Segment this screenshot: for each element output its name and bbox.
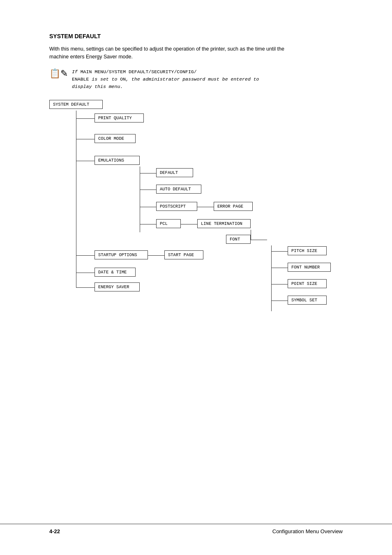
footer-page-number: 4-22 [49, 528, 60, 534]
box-pitch-size: PITCH SIZE [288, 246, 327, 255]
page: SYSTEM DEFAULT With this menu, settings … [0, 0, 392, 555]
box-print-quality: PRINT QUALITY [95, 113, 144, 123]
note-box: 📋✎ If MAIN MENU/SYSTEM DEFAULT/SECURITY/… [49, 68, 279, 91]
box-error-page: ERROR PAGE [214, 202, 253, 211]
page-footer: 4-22 Configuration Menu Overview [0, 524, 392, 534]
box-pcl: PCL [156, 219, 181, 228]
box-postscript: POSTSCRIPT [156, 202, 197, 211]
footer-title: Configuration Menu Overview [272, 528, 343, 534]
box-color-mode: COLOR MODE [95, 134, 136, 143]
note-prefix: If [72, 69, 81, 74]
box-start-page: START PAGE [164, 250, 203, 259]
box-point-size: POINT SIZE [288, 279, 327, 288]
box-date-time: DATE & TIME [95, 268, 136, 277]
box-line-termination: LINE TERMINATION [197, 219, 251, 228]
box-default: DEFAULT [156, 168, 193, 177]
box-emulations: EMULATIONS [95, 156, 140, 165]
box-startup-options: STARTUP OPTIONS [95, 250, 148, 259]
tree-diagram: SYSTEM DEFAULT PRINT QUALITY COLOR MODE … [49, 100, 337, 318]
description: With this menu, settings can be specifie… [49, 45, 288, 61]
note-icon: 📋✎ [49, 69, 68, 78]
box-font: FONT [226, 235, 251, 244]
box-root: SYSTEM DEFAULT [49, 100, 103, 109]
box-energy-saver: ENERGY SAVER [95, 282, 140, 291]
box-font-number: FONT NUMBER [288, 263, 331, 272]
note-suffix: is set to ON, the administrator password… [72, 76, 259, 89]
box-auto-default: AUTO DEFAULT [156, 185, 201, 194]
box-symbol-set: SYMBOL SET [288, 296, 327, 305]
section-title: SYSTEM DEFAULT [49, 33, 343, 39]
note-text: If MAIN MENU/SYSTEM DEFAULT/SECURITY/CON… [72, 68, 259, 91]
